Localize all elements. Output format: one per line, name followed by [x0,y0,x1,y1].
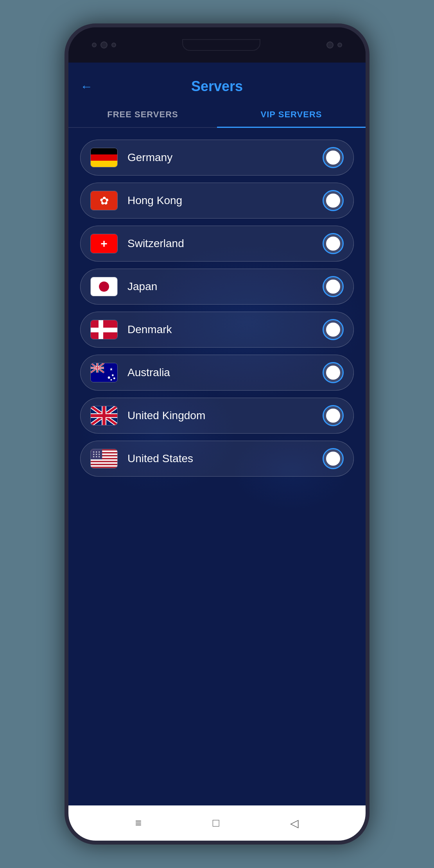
tab-vip-servers[interactable]: VIP SERVERS [217,102,366,128]
speaker-dot [92,43,97,47]
flag-australia [90,363,118,382]
server-item-japan[interactable]: Japan [80,269,354,305]
flag-us: ★ ★ ★ ★ ★ ★ ★ ★ ★ [90,449,118,468]
country-name-switzerland: Switzerland [127,237,323,250]
svg-rect-23 [91,414,117,417]
flag-hongkong: ✿ [90,191,118,210]
silent-button [65,203,68,242]
notch-speaker [182,39,260,51]
tabs-container: FREE SERVERS VIP SERVERS [68,102,366,128]
toggle-japan[interactable] [323,276,344,297]
country-name-us: United States [127,452,323,465]
svg-rect-29 [91,462,117,464]
nav-back-icon[interactable]: ◁ [290,817,299,830]
camera-dot-right2 [337,43,342,47]
camera-dot-right1 [326,41,334,48]
servers-list: Germany ✿ Hong Kong + Swit [68,128,366,488]
svg-point-12 [112,374,114,376]
toggle-inner-denmark [326,323,340,337]
toggle-inner-uk [326,409,340,423]
country-name-japan: Japan [127,280,323,293]
toggle-australia[interactable] [323,362,344,383]
toggle-inner-japan [326,280,340,294]
back-button[interactable]: ← [80,79,93,94]
flag-denmark [90,320,118,339]
svg-rect-28 [91,459,117,461]
toggle-inner-us [326,452,340,466]
toggle-switzerland[interactable] [323,233,344,254]
toggle-inner-australia [326,366,340,380]
country-name-australia: Australia [127,366,323,379]
status-bar [68,27,366,63]
server-item-germany[interactable]: Germany [80,140,354,176]
power-button [366,145,369,176]
speaker-dot2 [111,43,116,47]
svg-point-13 [113,377,115,379]
toggle-hongkong[interactable] [323,190,344,211]
server-item-uk[interactable]: United Kingdom [80,398,354,434]
server-item-us[interactable]: ★ ★ ★ ★ ★ ★ ★ ★ ★ United States [80,441,354,477]
flag-japan [90,277,118,296]
toggle-inner-hongkong [326,194,340,208]
toggle-denmark[interactable] [323,319,344,340]
toggle-uk[interactable] [323,405,344,426]
phone-device: ← Servers FREE SERVERS VIP SERVERS Germa… [65,23,369,845]
volume-down-button [65,156,68,195]
svg-rect-30 [91,465,117,467]
country-name-germany: Germany [127,151,323,164]
toggle-inner-switzerland [326,237,340,251]
front-camera [100,41,108,48]
svg-text:★ ★ ★: ★ ★ ★ [93,456,100,458]
tab-free-servers[interactable]: FREE SERVERS [68,102,217,127]
nav-menu-icon[interactable]: ≡ [135,817,142,829]
phone-screen: ← Servers FREE SERVERS VIP SERVERS Germa… [68,63,366,805]
header: ← Servers [68,63,366,102]
flag-switzerland: + [90,234,118,253]
server-item-hongkong[interactable]: ✿ Hong Kong [80,183,354,219]
toggle-germany[interactable] [323,147,344,168]
volume-up-button [65,125,68,149]
bottom-nav-bar: ≡ □ ◁ [68,805,366,841]
page-title: Servers [191,78,243,95]
flag-uk [90,406,118,425]
country-name-denmark: Denmark [127,323,323,336]
svg-point-14 [111,379,112,381]
nav-home-icon[interactable]: □ [213,817,219,829]
toggle-us[interactable] [323,448,344,469]
svg-point-11 [108,377,110,379]
server-item-switzerland[interactable]: + Switzerland [80,226,354,262]
toggle-inner-germany [326,151,340,165]
server-item-australia[interactable]: Australia [80,355,354,391]
flag-germany [90,148,118,167]
country-name-hongkong: Hong Kong [127,194,323,207]
server-item-denmark[interactable]: Denmark [80,312,354,348]
country-name-uk: United Kingdom [127,409,323,422]
